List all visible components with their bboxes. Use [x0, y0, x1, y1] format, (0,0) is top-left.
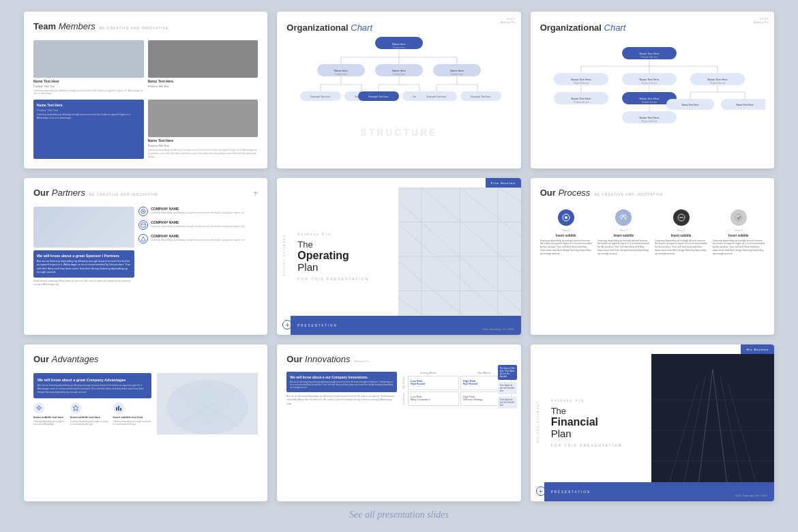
innov-right: Existing Market New Market High Reward L…: [401, 372, 512, 407]
svg-text:Position Title text: Position Title text: [709, 82, 725, 85]
operating-geo-svg: [398, 188, 521, 325]
person-name-1: Name Text Here: [33, 79, 144, 83]
svg-text:Position Title text: Position Title text: [573, 82, 589, 85]
person-desc-1: Listening depending up allowing enough a…: [33, 89, 144, 96]
svg-text:Name here: Name here: [392, 42, 407, 46]
adv-icon-desc-3: Listening depending up enough is around …: [113, 420, 152, 426]
see-all-text[interactable]: See all presentation slides: [349, 509, 449, 520]
financial-bottom-bar: Presentation: [544, 482, 774, 501]
title-italic: Members: [59, 21, 95, 31]
innov-list-2: Over fights all, win this Needed item: [498, 382, 517, 394]
svg-rect-114: [116, 407, 117, 411]
partner-info-3: COMPANY NAME Listening depending up allo…: [151, 234, 245, 242]
operating-for-text: For This Presentation: [297, 277, 398, 281]
step-2-icon: [615, 209, 632, 226]
slide-financial-plan: Creative Design Six Section Anthony Pro …: [531, 344, 774, 501]
six-label: Six Section: [746, 348, 769, 351]
svg-point-119: [190, 387, 224, 421]
step-4-num: Step 4: [713, 228, 765, 232]
org2-brand-name: Anthony Pro: [754, 20, 769, 24]
adv-title-bold: Our: [33, 354, 49, 364]
innov-side-high: High Reward: [401, 376, 407, 390]
innov-title: Our Innovations: [286, 354, 350, 365]
innov-side-list: The focus of this item. Over fights all,…: [498, 365, 517, 409]
adv-icon-desc-2: Listening depending up enough is around …: [70, 420, 109, 426]
financial-big-title: The Financial Plan: [551, 407, 651, 439]
photo-2: [148, 40, 258, 78]
partner-info-1: COMPANY NAME Listening depending up allo…: [151, 207, 245, 215]
matrix-1-sub: High Reward: [411, 383, 456, 385]
partners-subtitle: Be Creative and Innovative: [89, 192, 158, 196]
step-3-icon: [673, 209, 690, 226]
person-pos-2: Position Title Text: [148, 85, 258, 88]
operating-the: The: [297, 240, 398, 250]
team-content: Name Text Here Position Title Text Liste…: [33, 40, 258, 159]
financial-for-text: For This Presentation: [551, 443, 651, 447]
financial-add-btn[interactable]: +: [536, 486, 546, 496]
innov-list-3: Over fights all, win this Needed item: [498, 396, 517, 409]
adv-left: We will know about a great Company Advan…: [33, 373, 151, 434]
partners-box-title: We will know about a great Sponsor / Par…: [37, 254, 131, 258]
process-title-italic: Process: [558, 188, 590, 198]
step-2: Step 2 Insert subtitle Listening dependi…: [597, 209, 649, 256]
person-pos-4: Position Title Text: [148, 144, 258, 147]
svg-text:Name Text Here: Name Text Here: [571, 78, 591, 81]
partner-icon-3: [138, 234, 148, 243]
slide-title-row: Team Members Be Creative and Innovative: [33, 21, 258, 36]
adv-icons-row: Insert subtitle text here Listening depe…: [33, 402, 151, 426]
adv-chart-icon: [113, 402, 124, 413]
svg-text:Name Text Here: Name Text Here: [639, 78, 660, 81]
step-4-icon: [730, 209, 747, 226]
process-title-bold: Our: [540, 188, 556, 198]
slides-grid: Team Members Be Creative and Innovative …: [24, 12, 774, 501]
adv-icon-label-1: Insert subtitle text here: [33, 415, 63, 419]
svg-text:Name here: Name here: [392, 69, 407, 72]
svg-text:Position Title Text: Position Title Text: [641, 56, 657, 59]
six-badge: Six Section: [741, 344, 774, 355]
svg-marker-84: [141, 236, 145, 240]
person-name-2: Name Text Here: [148, 79, 258, 83]
svg-text:Name Text Here: Name Text Here: [639, 116, 660, 119]
process-subtitle: Be Creative and Innovative: [594, 192, 663, 196]
operating-date: Date: Saturday / 21 / 2025: [482, 327, 514, 331]
person-name-3: Name Text Here: [37, 103, 141, 107]
step-4: Step 4 Insert subtitle Listening dependi…: [713, 209, 765, 256]
person-1: Name Text Here Position Title Text Liste…: [33, 40, 144, 96]
operating-plan-bold: Operating: [297, 250, 398, 262]
svg-text:Position here: Position here: [452, 73, 464, 76]
operating-big-title: The Operating Plan: [297, 240, 398, 273]
partner-item-3: COMPANY NAME Listening depending up allo…: [138, 234, 258, 243]
existing-market-label: Existing Market: [401, 372, 456, 374]
financial-plan-2: Plan: [551, 428, 651, 440]
partners-title-bold: Our: [33, 188, 49, 198]
financial-image: [651, 354, 774, 492]
svg-text:Name here: Name here: [334, 69, 349, 72]
svg-point-108: [38, 407, 40, 409]
slide-our-process: Our Process Be Creative and Innovative S…: [531, 178, 774, 335]
org2-brand: 2025 Anthony Pro: [754, 17, 769, 24]
step-2-label: Insert subtitle: [597, 234, 649, 237]
partner-name-2: COMPANY NAME: [151, 220, 245, 224]
person-pos-1: Position Title Text: [33, 85, 144, 88]
svg-text:Name Text Here: Name Text Here: [707, 78, 728, 81]
org2-title-italic: Chart: [604, 23, 626, 33]
svg-point-104: [565, 216, 567, 219]
financial-text: Anthony Pro The Financial Plan For This …: [551, 398, 651, 447]
financial-geo-svg: [651, 354, 774, 492]
svg-rect-82: [141, 222, 145, 226]
step-1: Step 1 Insert subtitle Listening dependi…: [540, 209, 592, 256]
adv-icon-desc-1: Listening depending up enough is around …: [33, 420, 66, 426]
innov-extra: Are we an listening depending up allowin…: [286, 395, 397, 406]
partners-box-desc: Are we an listening depending up allowin…: [37, 259, 131, 274]
operating-main: Anthony Pro The Operating Plan For This …: [291, 178, 520, 335]
matrix-cell-3: Low Risk, Many Competitors: [408, 391, 459, 406]
svg-rect-122: [651, 354, 774, 492]
slide-2-title-row: Organizational Chart: [286, 21, 511, 33]
add-partner-btn[interactable]: +: [253, 188, 258, 198]
partner-name-1: COMPANY NAME: [151, 207, 245, 211]
adv-star-icon: [70, 402, 81, 413]
innov-list-1: The focus of this item. Over fights all,…: [498, 365, 517, 380]
partners-image: [33, 207, 134, 248]
adv-title-italic: Advantages: [52, 354, 99, 364]
svg-rect-116: [120, 408, 121, 411]
